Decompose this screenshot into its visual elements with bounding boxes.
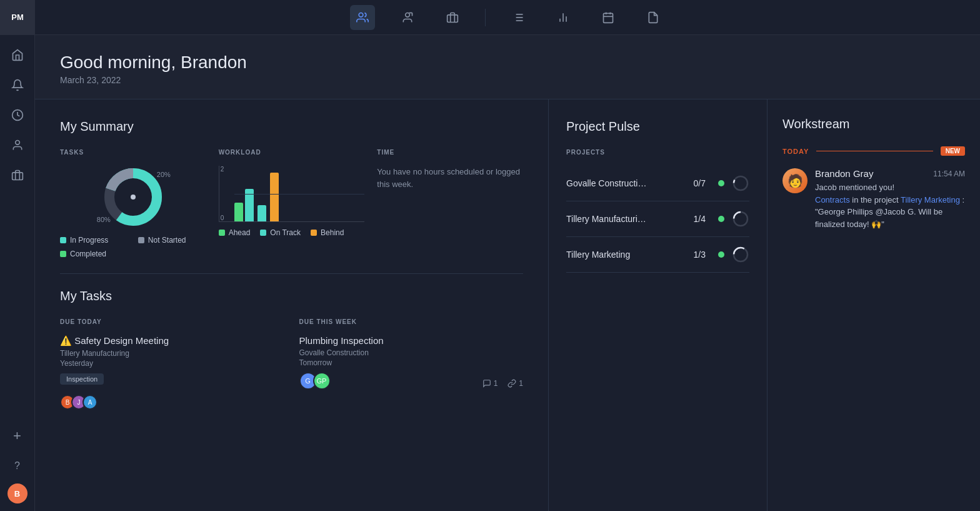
today-label: TODAY bbox=[782, 148, 809, 155]
workstream-header: TODAY NEW bbox=[782, 146, 965, 156]
columns-layout: My Summary TASKS 20% bbox=[35, 99, 980, 511]
bar-chart-area: 2 0 bbox=[219, 166, 365, 237]
user-avatar[interactable]: B bbox=[8, 483, 28, 503]
summary-grid: TASKS 20% bbox=[60, 149, 523, 258]
sidebar-item-notifications[interactable] bbox=[5, 73, 30, 98]
svg-rect-14 bbox=[603, 13, 612, 23]
ws-contracts-link[interactable]: Contracts bbox=[815, 195, 850, 205]
project-progress-tillery-mktg bbox=[732, 246, 749, 263]
nav-doc-icon[interactable] bbox=[641, 5, 666, 30]
due-today-label: DUE TODAY bbox=[60, 318, 284, 325]
nav-briefcase-icon[interactable] bbox=[440, 5, 465, 30]
legend-completed-label: Completed bbox=[70, 250, 106, 258]
nav-list-icon[interactable] bbox=[506, 5, 531, 30]
on-track-dot bbox=[260, 230, 266, 236]
task-avatar-3: A bbox=[82, 395, 98, 410]
svg-point-19 bbox=[15, 141, 19, 145]
svg-rect-20 bbox=[12, 173, 22, 180]
ws-mention-text: Jacob mentioned you! bbox=[815, 183, 894, 192]
workstream-title: Workstream bbox=[782, 117, 965, 131]
nav-people-icon[interactable] bbox=[350, 5, 375, 30]
sidebar-item-home[interactable] bbox=[5, 43, 30, 68]
project-row-tillery-mfg[interactable]: Tillery Manufacturi… 1/4 bbox=[566, 201, 749, 237]
nav-bars-icon[interactable] bbox=[551, 5, 576, 30]
svg-point-1 bbox=[405, 13, 409, 17]
workload-block: WORKLOAD 2 0 bbox=[219, 149, 365, 258]
workload-label: WORKLOAD bbox=[219, 149, 365, 156]
ws-message-mid: in the project bbox=[852, 195, 901, 205]
nav-calendar-icon[interactable] bbox=[596, 5, 621, 30]
project-row-govalle[interactable]: Govalle Constructi… 0/7 bbox=[566, 166, 749, 201]
ws-tillery-link[interactable]: Tillery Marketing bbox=[901, 195, 960, 205]
sidebar-item-briefcase[interactable] bbox=[5, 163, 30, 188]
task-date-safety: Yesterday bbox=[60, 359, 284, 368]
week-task-avatar-2: GP bbox=[313, 372, 331, 390]
task-project-safety: Tillery Manufacturing bbox=[60, 349, 284, 358]
legend-on-track-label: On Track bbox=[270, 228, 301, 237]
sidebar-item-add[interactable]: + bbox=[5, 423, 30, 448]
page-greeting: Good morning, Brandon bbox=[60, 53, 955, 73]
today-line bbox=[816, 151, 932, 151]
legend-not-started: Not Started bbox=[138, 236, 206, 245]
donut-chart: 20% bbox=[60, 166, 206, 236]
bar-y-min: 0 bbox=[221, 215, 224, 221]
sidebar: + ? B bbox=[0, 35, 35, 511]
comments-count: 1 bbox=[482, 379, 498, 388]
ws-content: Brandon Gray 11:54 AM Jacob mentioned yo… bbox=[815, 168, 965, 230]
sidebar-item-users[interactable] bbox=[5, 133, 30, 158]
project-status-dot-govalle bbox=[718, 180, 724, 186]
svg-rect-4 bbox=[447, 14, 458, 22]
ws-name-row: Brandon Gray 11:54 AM bbox=[815, 168, 965, 179]
legend-in-progress: In Progress bbox=[60, 236, 128, 245]
legend-behind-label: Behind bbox=[321, 228, 344, 237]
project-row-tillery-mktg[interactable]: Tillery Marketing 1/3 bbox=[566, 237, 749, 273]
legend-completed: Completed bbox=[60, 250, 128, 258]
project-name-tillery-mfg: Tillery Manufacturi… bbox=[566, 214, 686, 224]
nav-divider bbox=[485, 9, 486, 26]
legend-ahead: Ahead bbox=[219, 228, 251, 237]
comment-icon bbox=[482, 379, 491, 388]
bar-ontrack-2 bbox=[258, 205, 266, 221]
app-logo[interactable]: PM bbox=[0, 0, 35, 35]
section-divider bbox=[60, 273, 523, 274]
task-meta: 1 1 bbox=[482, 379, 523, 388]
page-header: Good morning, Brandon March 23, 2022 bbox=[35, 35, 980, 99]
top-nav-center bbox=[35, 5, 980, 30]
due-today-column: DUE TODAY ⚠️ Safety Design Meeting Tille… bbox=[60, 318, 284, 417]
bar-group-2 bbox=[258, 205, 266, 221]
tasks-block: TASKS 20% bbox=[60, 149, 206, 258]
tasks-legend: In Progress Not Started Completed bbox=[60, 236, 206, 258]
sidebar-item-history[interactable] bbox=[5, 103, 30, 128]
ahead-dot bbox=[219, 230, 225, 236]
ws-message: Jacob mentioned you! Contracts in the pr… bbox=[815, 181, 965, 230]
main-container: + ? B Good morning, Brandon March 23, 20… bbox=[0, 35, 980, 511]
ws-user-name: Brandon Gray bbox=[815, 168, 873, 179]
nav-person-icon[interactable] bbox=[395, 5, 420, 30]
time-block: TIME You have no hours scheduled or logg… bbox=[377, 149, 523, 258]
due-week-column: DUE THIS WEEK Plumbing Inspection Govall… bbox=[299, 318, 524, 417]
task-tag-inspection: Inspection bbox=[60, 373, 104, 385]
ws-time: 11:54 AM bbox=[933, 169, 965, 178]
sidebar-item-help[interactable]: ? bbox=[5, 453, 30, 478]
behind-dot bbox=[311, 230, 317, 236]
legend-on-track: On Track bbox=[260, 228, 301, 237]
task-title-plumbing: Plumbing Inspection bbox=[299, 335, 524, 346]
legend-not-started-label: Not Started bbox=[148, 236, 186, 245]
legend-behind: Behind bbox=[311, 228, 344, 237]
bar-y-max: 2 bbox=[221, 166, 224, 173]
legend-in-progress-label: In Progress bbox=[70, 236, 108, 245]
time-text: You have no hours scheduled or logged th… bbox=[377, 166, 523, 190]
not-started-dot bbox=[138, 237, 144, 243]
task-date-plumbing: Tomorrow bbox=[299, 358, 524, 367]
task-card-safety: ⚠️ Safety Design Meeting Tillery Manufac… bbox=[60, 335, 284, 410]
workstream-column: Workstream TODAY NEW 🧑 Brandon Gray 11:5… bbox=[768, 99, 980, 511]
comments-number: 1 bbox=[494, 379, 498, 388]
bar-group-3 bbox=[270, 173, 279, 221]
in-progress-dot bbox=[60, 237, 66, 243]
links-count: 1 bbox=[508, 379, 523, 388]
donut-label-20: 20% bbox=[157, 171, 171, 178]
due-week-label: DUE THIS WEEK bbox=[299, 318, 524, 325]
workload-legend: Ahead On Track Behind bbox=[219, 228, 365, 237]
project-count-govalle: 0/7 bbox=[694, 178, 706, 188]
links-number: 1 bbox=[519, 379, 523, 388]
